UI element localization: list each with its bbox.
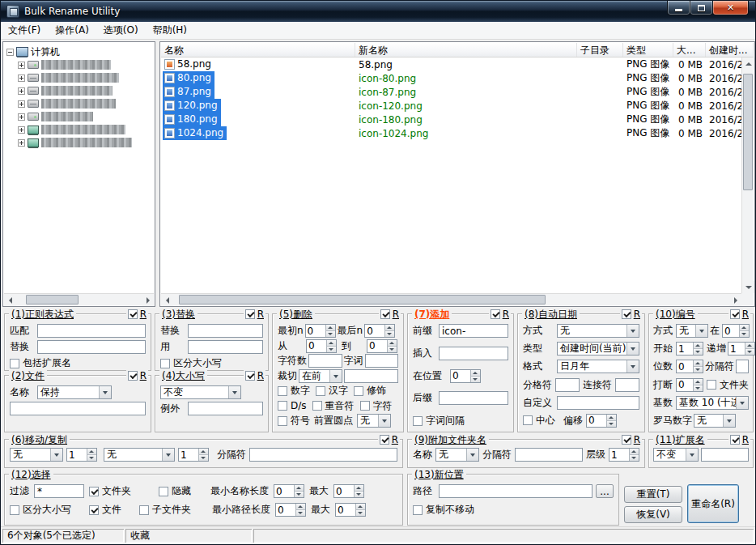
path-input[interactable] [439, 484, 592, 498]
menu-item[interactable]: 选项(O) [96, 21, 146, 40]
tree-item[interactable] [6, 58, 154, 71]
numbering-increment-spinner[interactable]: 1 [728, 342, 755, 356]
rename-button[interactable]: 重命名(R) [687, 484, 739, 523]
column-header-type[interactable]: 类型 [623, 43, 673, 57]
file-name-selection[interactable]: 80.png [163, 71, 214, 85]
tree-item[interactable] [6, 84, 154, 97]
group-extension-r-link[interactable]: R [742, 434, 749, 445]
dropdown-arrow-icon[interactable] [466, 449, 478, 461]
spinner-down-icon[interactable] [629, 455, 639, 461]
file-row[interactable]: 87.png icon-87.png PNG 图像 0 MB 2016/2/ [161, 85, 741, 99]
movecopy-to-spinner[interactable]: 1 [178, 448, 209, 462]
tree-horizontal-scrollbar[interactable] [4, 293, 154, 305]
group-newlocation-title[interactable]: (13)新位置 [412, 468, 466, 482]
menu-item[interactable]: 操作(A) [48, 21, 96, 40]
appendfolder-levels-spinner[interactable]: 1 [609, 448, 639, 462]
numbering-separator-input[interactable] [736, 360, 749, 373]
filename-mode-select[interactable]: 保持 [37, 385, 112, 399]
hidden-checkbox[interactable]: 隐藏 [159, 484, 206, 498]
group-case-title[interactable]: (4)大小写 [159, 369, 207, 383]
expand-icon[interactable] [18, 75, 25, 82]
group-replace-enabled-checkbox[interactable] [245, 309, 255, 319]
spinner-down-icon[interactable] [295, 510, 305, 516]
close-button[interactable] [712, 1, 749, 15]
autodate-centered-checkbox[interactable]: 中心 [523, 414, 555, 428]
group-selections-title[interactable]: (12)选择 [9, 468, 53, 482]
column-header-name[interactable]: 名称 [161, 43, 355, 57]
replace-match-case-checkbox[interactable]: 区分大小写 [160, 356, 222, 370]
group-regex-r-link[interactable]: R [140, 309, 147, 320]
extension-input[interactable] [701, 448, 749, 462]
numbering-roman-select[interactable]: 无 [694, 414, 736, 428]
spinner-up-icon[interactable] [326, 340, 336, 347]
group-autodate-title[interactable]: (8)自动日期 [522, 308, 580, 321]
remove-symbols-checkbox[interactable]: 符号 [278, 414, 310, 428]
dropdown-arrow-icon[interactable] [99, 386, 111, 398]
regex-match-input[interactable] [37, 324, 146, 338]
tree-root-item[interactable]: 计算机 [6, 45, 154, 58]
file-row[interactable]: 180.png icon-180.png PNG 图像 0 MB 2016/2/ [161, 113, 741, 126]
group-movecopy-title[interactable]: (6)移动/复制 [9, 433, 70, 447]
autodate-format-select[interactable]: 日月年 [557, 360, 639, 373]
dropdown-arrow-icon[interactable] [626, 343, 639, 355]
reset-button[interactable]: 重置(T) [624, 486, 682, 503]
file-row[interactable]: 58.png 58.png PNG 图像 0 MB 2016/2/ [161, 57, 741, 71]
spinner-down-icon[interactable] [198, 455, 208, 461]
remove-lead-dots-select[interactable]: 无 [357, 414, 391, 428]
spinner-down-icon[interactable] [606, 421, 616, 427]
file-row[interactable]: 80.png icon-80.png PNG 图像 0 MB 2016/2/ [161, 71, 741, 85]
menu-item[interactable]: 帮助(H) [146, 21, 194, 40]
extension-mode-select[interactable]: 不变 [653, 448, 699, 462]
add-at-position-spinner[interactable]: 0 [450, 369, 481, 383]
group-case-enabled-checkbox[interactable] [245, 371, 255, 381]
filename-input[interactable] [10, 402, 146, 415]
spinner-down-icon[interactable] [354, 492, 363, 497]
dropdown-arrow-icon[interactable] [626, 360, 639, 373]
remove-digits-checkbox[interactable]: 数字 [278, 384, 310, 398]
group-replace-title[interactable]: (3)替换 [159, 308, 197, 321]
menu-item[interactable]: 文件(F) [1, 21, 48, 40]
spinner-down-icon[interactable] [693, 385, 703, 391]
spinner-up-icon[interactable] [693, 379, 703, 385]
dropdown-arrow-icon[interactable] [50, 449, 62, 461]
dropdown-arrow-icon[interactable] [736, 397, 748, 409]
dropdown-arrow-icon[interactable] [228, 386, 240, 398]
expand-icon[interactable] [18, 100, 25, 108]
max-path-length-spinner[interactable]: 0 [335, 503, 366, 517]
spinner-down-icon[interactable] [693, 349, 703, 355]
spinner-up-icon[interactable] [355, 504, 365, 510]
scroll-right-icon[interactable] [729, 294, 741, 306]
remove-words-input[interactable] [365, 354, 399, 368]
spinner-down-icon[interactable] [355, 510, 365, 516]
dropdown-arrow-icon[interactable] [686, 449, 698, 461]
dropdown-arrow-icon[interactable] [162, 449, 174, 461]
group-appendfolder-r-link[interactable]: R [634, 434, 640, 445]
spinner-down-icon[interactable] [294, 492, 304, 497]
remove-crop-input[interactable] [344, 369, 398, 383]
revert-button[interactable]: 恢复(V) [624, 506, 682, 523]
group-appendfolder-enabled-checkbox[interactable] [622, 435, 631, 445]
group-case-r-link[interactable]: R [257, 370, 264, 381]
copy-not-move-checkbox[interactable]: 复制不移动 [413, 503, 474, 517]
column-header-subdir[interactable]: 子目录 [577, 43, 623, 57]
movecopy-from-select[interactable]: 无 [10, 448, 63, 462]
files-checkbox[interactable]: 文件 [89, 503, 134, 517]
group-remove-enabled-checkbox[interactable] [380, 309, 390, 319]
minimize-button[interactable] [667, 1, 690, 15]
group-autodate-enabled-checkbox[interactable] [622, 309, 631, 319]
min-name-length-spinner[interactable]: 0 [274, 484, 304, 498]
movecopy-from-spinner[interactable]: 1 [66, 448, 97, 462]
spinner-down-icon[interactable] [739, 331, 749, 337]
case-exceptions-input[interactable] [188, 402, 263, 415]
group-add-title[interactable]: (7)添加 [412, 308, 452, 321]
tree-item[interactable] [6, 71, 154, 84]
folders-checkbox[interactable]: 文件夹 [89, 484, 154, 498]
group-appendfolder-title[interactable]: (9)附加文件夹名 [412, 433, 489, 447]
appendfolder-separator-input[interactable] [515, 448, 583, 462]
browse-button[interactable]: ... [596, 484, 614, 498]
spinner-down-icon[interactable] [325, 331, 335, 337]
group-movecopy-enabled-checkbox[interactable] [380, 435, 389, 445]
autodate-custom-input[interactable] [557, 396, 639, 410]
spinner-down-icon[interactable] [384, 331, 394, 337]
group-remove-title[interactable]: (5)删除 [277, 308, 315, 321]
